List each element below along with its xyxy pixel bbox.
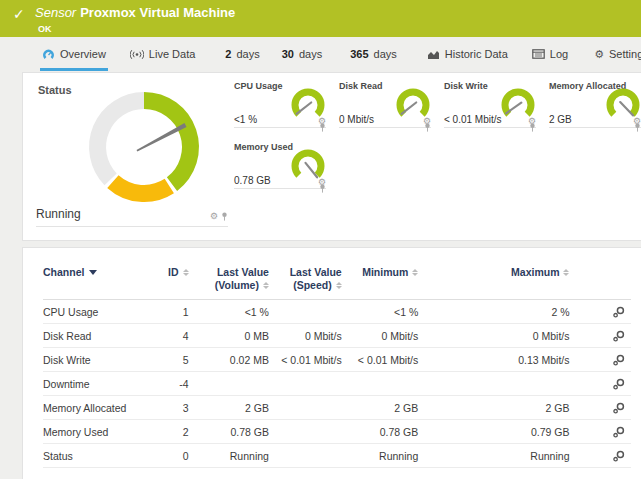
cell-minimum: Running — [342, 450, 419, 462]
cell-maximum: 0.13 Mbit/s — [418, 354, 569, 366]
historic-data-icon — [427, 49, 440, 60]
channel-table-panel: ChannelIDLast Value(Volume)Last Value(Sp… — [22, 247, 641, 479]
sort-icon[interactable] — [563, 269, 569, 276]
tab-label: Overview — [60, 48, 106, 60]
cell-id: 3 — [150, 402, 188, 414]
cell-channel: Memory Used — [43, 426, 150, 438]
tab-label: Live Data — [149, 48, 195, 60]
tab-label: days — [236, 48, 259, 60]
channel-table-body: CPU Usage1<1 %<1 %2 %Disk Read40 MB0 Mbi… — [43, 300, 631, 468]
cell-maximum: 2 % — [418, 306, 569, 318]
channel-table-header: ChannelIDLast Value(Volume)Last Value(Sp… — [43, 266, 631, 300]
cell-last_value_volume: <1 % — [189, 306, 269, 318]
sort-desc-icon[interactable] — [89, 270, 97, 275]
sensor-title-line: SensorProxmox Virtual Machine — [35, 5, 641, 20]
column-header-minimum[interactable]: Minimum — [342, 266, 419, 278]
tab-bar: OverviewLive Data2days30days365daysHisto… — [0, 40, 641, 71]
log-icon — [532, 49, 545, 59]
tab-number: 2 — [225, 48, 231, 60]
channel-settings-icon[interactable] — [613, 354, 625, 366]
sensor-header: ✓ SensorProxmox Virtual Machine OK — [0, 0, 641, 37]
cell-id: 4 — [150, 330, 188, 342]
cell-channel: CPU Usage — [43, 306, 150, 318]
column-header-last-value[interactable]: Last Value(Volume) — [189, 266, 269, 292]
table-row-memory-allocated: Memory Allocated32 GB2 GB2 GB — [43, 396, 631, 420]
cell-id: -4 — [150, 378, 188, 390]
gauge-needle — [137, 123, 187, 152]
cell-last_value_speed: 0 Mbit/s — [269, 330, 342, 342]
gauge-value: <1 % — [234, 114, 257, 125]
pin-icon[interactable] — [319, 123, 326, 132]
tab-2-days[interactable]: 2days — [223, 40, 261, 71]
status-panel: Status Running ⚙ CPU Usage<1 %⚙Disk Read… — [22, 72, 641, 241]
pin-icon[interactable] — [424, 123, 431, 132]
channel-settings-icon[interactable] — [613, 378, 625, 390]
status-gauge-title: Status — [38, 84, 72, 96]
gear-icon[interactable]: ⚙ — [210, 212, 218, 221]
column-header-maximum[interactable]: Maximum — [418, 266, 569, 278]
cell-channel: Disk Read — [43, 330, 150, 342]
cell-last_value_volume: 0.78 GB — [189, 426, 269, 438]
cell-id: 5 — [150, 354, 188, 366]
column-header-id[interactable]: ID — [150, 266, 188, 278]
cell-minimum: 0 Mbit/s — [342, 330, 419, 342]
tab-365-days[interactable]: 365days — [348, 40, 399, 71]
gauge-segment-yellow — [113, 182, 169, 194]
table-row-disk-read: Disk Read40 MB0 Mbit/s0 Mbit/s0 Mbit/s — [43, 324, 631, 348]
cell-channel: Disk Write — [43, 354, 150, 366]
pin-icon[interactable] — [319, 184, 326, 193]
sensor-kind-label: Sensor — [35, 5, 76, 20]
channel-settings-icon[interactable] — [613, 330, 625, 342]
tab-label: days — [299, 48, 322, 60]
pin-icon[interactable] — [221, 212, 228, 221]
cell-maximum: 0 Mbit/s — [418, 330, 569, 342]
tab-historic-data[interactable]: Historic Data — [425, 40, 510, 71]
cell-last_value_volume: 0.02 MB — [189, 354, 269, 366]
gauge-cell-memory-used[interactable]: Memory Used0.78 GB⚙ — [234, 141, 326, 189]
cell-id: 2 — [150, 426, 188, 438]
channel-settings-icon[interactable] — [613, 402, 625, 414]
channel-settings-icon[interactable] — [613, 426, 625, 438]
mini-gauge-grid: CPU Usage<1 %⚙Disk Read0 Mbit/s⚙Disk Wri… — [234, 80, 641, 202]
tab-label: Settings — [609, 48, 641, 60]
gauge-cell-disk-read[interactable]: Disk Read0 Mbit/s⚙ — [339, 80, 431, 128]
gauge-value: 2 GB — [549, 114, 572, 125]
tab-overview[interactable]: Overview — [40, 40, 108, 71]
status-gauge[interactable] — [79, 83, 209, 213]
live-data-icon — [130, 49, 144, 60]
status-gauge-footer: Running ⚙ — [36, 207, 228, 227]
tab-live-data[interactable]: Live Data — [128, 40, 197, 71]
column-header-last-value[interactable]: Last Value(Speed) — [269, 266, 342, 292]
column-header-channel[interactable]: Channel — [43, 266, 150, 278]
cell-minimum: <1 % — [342, 306, 419, 318]
cell-id: 1 — [150, 306, 188, 318]
channel-table: ChannelIDLast Value(Volume)Last Value(Sp… — [43, 266, 631, 468]
gauge-icon — [42, 48, 55, 61]
cell-last_value_volume: 0 MB — [189, 330, 269, 342]
sort-icon[interactable] — [336, 282, 342, 289]
tab-settings[interactable]: ⚙Settings — [592, 40, 641, 71]
cell-last_value_speed: < 0.01 Mbit/s — [269, 354, 342, 366]
table-row-disk-write: Disk Write50.02 MB< 0.01 Mbit/s< 0.01 Mb… — [43, 348, 631, 372]
tab-30-days[interactable]: 30days — [280, 40, 325, 71]
cell-id: 0 — [150, 450, 188, 462]
tab-label: Log — [550, 48, 568, 60]
gauge-value: 0 Mbit/s — [339, 114, 374, 125]
settings-gear-icon: ⚙ — [594, 49, 604, 60]
cell-minimum: 0.78 GB — [342, 426, 419, 438]
table-row-cpu-usage: CPU Usage1<1 %<1 %2 % — [43, 300, 631, 324]
gauge-cell-memory-allocated[interactable]: Memory Allocated2 GB⚙ — [549, 80, 641, 128]
gauge-cell-cpu-usage[interactable]: CPU Usage<1 %⚙ — [234, 80, 326, 128]
gauge-cell-disk-write[interactable]: Disk Write< 0.01 Mbit/s⚙ — [444, 80, 536, 128]
channel-settings-icon[interactable] — [613, 450, 625, 462]
channel-settings-icon[interactable] — [613, 306, 625, 318]
tab-label: Historic Data — [445, 48, 508, 60]
pin-icon[interactable] — [634, 123, 641, 132]
tab-number: 365 — [350, 48, 368, 60]
cell-last_value_volume: Running — [189, 450, 269, 462]
gauge-needle — [306, 163, 318, 177]
table-row-downtime: Downtime-4 — [43, 372, 631, 396]
pin-icon[interactable] — [529, 123, 536, 132]
tab-log[interactable]: Log — [530, 40, 570, 71]
cell-last_value_volume: 2 GB — [189, 402, 269, 414]
